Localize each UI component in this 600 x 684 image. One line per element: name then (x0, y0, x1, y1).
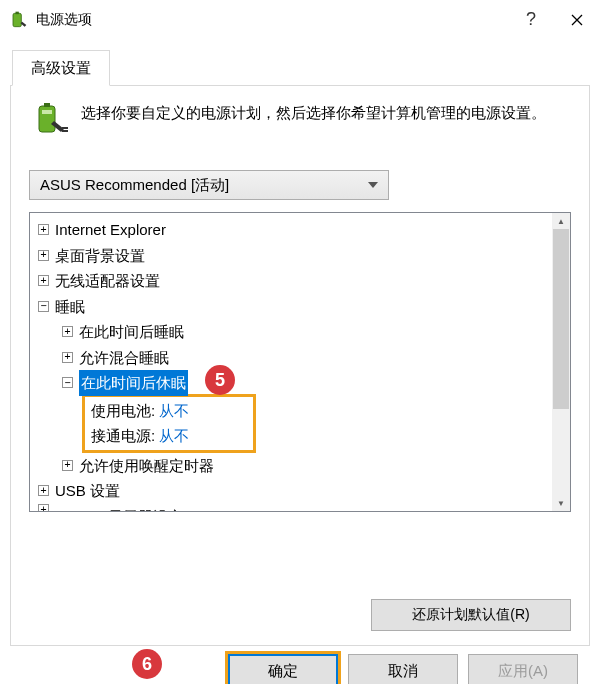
tab-strip: 高级设置 (10, 50, 590, 86)
help-button[interactable]: ? (508, 0, 554, 40)
tree-item-intel-graphics[interactable]: + Intel(R) 显示器设定 (30, 504, 552, 512)
power-options-icon (8, 10, 28, 30)
vertical-scrollbar[interactable]: ▲ ▼ (552, 213, 570, 511)
dialog-button-row: 6 确定 取消 应用(A) (0, 654, 600, 684)
tree-label: 无线适配器设置 (55, 268, 160, 294)
tree-leaf-plugged-in[interactable]: 接通电源: 从不 (87, 423, 251, 449)
expand-icon[interactable]: + (38, 250, 49, 261)
tree-item-hibernate-after[interactable]: − 在此时间后休眠 5 (30, 370, 552, 396)
close-icon (571, 14, 583, 26)
tree-label: 桌面背景设置 (55, 243, 145, 269)
expand-icon[interactable]: + (62, 326, 73, 337)
ok-label: 确定 (268, 662, 298, 681)
tree-item-sleep-after[interactable]: + 在此时间后睡眠 (30, 319, 552, 345)
tree-item-usb[interactable]: + USB 设置 (30, 478, 552, 504)
expand-icon[interactable]: + (38, 224, 49, 235)
chevron-down-icon (362, 174, 384, 196)
svg-rect-4 (42, 110, 52, 114)
tree-label: 睡眠 (55, 294, 85, 320)
svg-rect-5 (62, 130, 68, 132)
cancel-button[interactable]: 取消 (348, 654, 458, 684)
scroll-down-arrow-icon[interactable]: ▼ (552, 495, 570, 511)
scrollbar-thumb[interactable] (553, 229, 569, 409)
window-title: 电源选项 (36, 11, 92, 29)
tree-label: 允许使用唤醒定时器 (79, 453, 214, 479)
svg-rect-3 (44, 103, 50, 107)
scroll-up-arrow-icon[interactable]: ▲ (552, 213, 570, 229)
title-bar: 电源选项 ? (0, 0, 600, 40)
on-battery-value[interactable]: 从不 (159, 402, 189, 419)
expand-icon[interactable]: + (38, 275, 49, 286)
tab-label: 高级设置 (31, 59, 91, 78)
tab-advanced-settings[interactable]: 高级设置 (12, 50, 110, 86)
annotation-5: 5 (205, 365, 235, 395)
tree-label: Internet Explorer (55, 217, 166, 243)
expand-icon[interactable]: + (38, 485, 49, 496)
expand-icon[interactable]: + (62, 352, 73, 363)
ok-button[interactable]: 确定 (228, 654, 338, 684)
apply-label: 应用(A) (498, 662, 548, 681)
highlight-box-5: 使用电池: 从不 接通电源: 从不 (82, 394, 256, 453)
collapse-icon[interactable]: − (38, 301, 49, 312)
tree-item-wake-timers[interactable]: + 允许使用唤醒定时器 (30, 453, 552, 479)
cancel-label: 取消 (388, 662, 418, 681)
description-text: 选择你要自定义的电源计划，然后选择你希望计算机管理的电源设置。 (81, 100, 546, 126)
battery-plug-icon (29, 100, 69, 140)
svg-rect-2 (39, 106, 55, 132)
power-plan-selected: ASUS Recommended [活动] (40, 176, 229, 195)
restore-defaults-label: 还原计划默认值(R) (412, 606, 529, 624)
tree-label-selected: 在此时间后休眠 (79, 370, 188, 396)
tree-item-wireless[interactable]: + 无线适配器设置 (30, 268, 552, 294)
on-battery-label: 使用电池: (91, 402, 155, 419)
annotation-6: 6 (132, 649, 162, 679)
power-plan-dropdown[interactable]: ASUS Recommended [活动] (29, 170, 389, 200)
plugged-in-label: 接通电源: (91, 427, 155, 444)
tree-item-hybrid-sleep[interactable]: + 允许混合睡眠 (30, 345, 552, 371)
question-icon: ? (526, 9, 536, 30)
tree-label: 在此时间后睡眠 (79, 319, 184, 345)
expand-icon[interactable]: + (62, 460, 73, 471)
tab-page: 选择你要自定义的电源计划，然后选择你希望计算机管理的电源设置。 ASUS Rec… (10, 86, 590, 646)
expand-icon[interactable]: + (38, 504, 49, 511)
close-button[interactable] (554, 0, 600, 40)
apply-button[interactable]: 应用(A) (468, 654, 578, 684)
collapse-icon[interactable]: − (62, 377, 73, 388)
svg-rect-0 (13, 13, 21, 26)
restore-defaults-button[interactable]: 还原计划默认值(R) (371, 599, 571, 631)
tree-viewport: + Internet Explorer + 桌面背景设置 + 无线适配器设置 −… (30, 213, 552, 511)
tree-label: 允许混合睡眠 (79, 345, 169, 371)
svg-rect-6 (62, 127, 68, 129)
settings-tree: + Internet Explorer + 桌面背景设置 + 无线适配器设置 −… (29, 212, 571, 512)
tree-leaf-on-battery[interactable]: 使用电池: 从不 (87, 398, 251, 424)
tree-label: Intel(R) 显示器设定 (55, 504, 183, 512)
tree-item-ie[interactable]: + Internet Explorer (30, 217, 552, 243)
plugged-in-value[interactable]: 从不 (159, 427, 189, 444)
tree-item-desktop-bg[interactable]: + 桌面背景设置 (30, 243, 552, 269)
tree-label: USB 设置 (55, 478, 120, 504)
svg-rect-1 (16, 11, 19, 13)
tree-item-sleep[interactable]: − 睡眠 (30, 294, 552, 320)
